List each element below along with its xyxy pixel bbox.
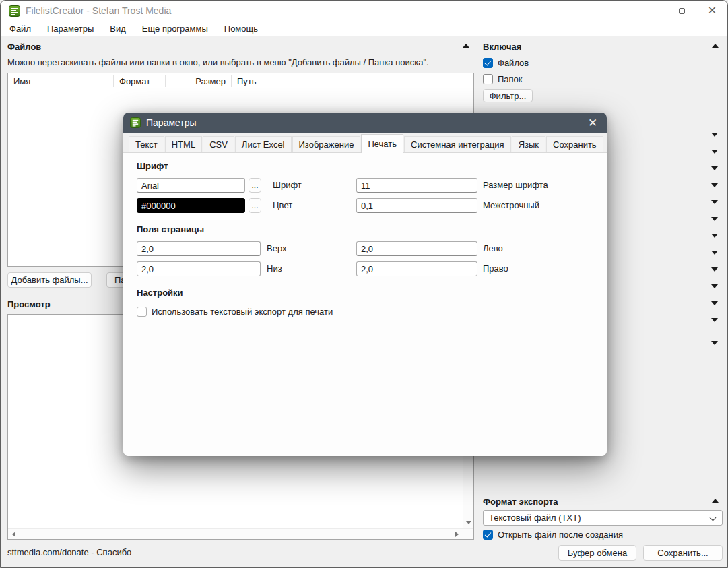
margin-right-input[interactable]: [356, 261, 477, 276]
scroll-right-icon[interactable]: [455, 532, 459, 537]
minimize-button[interactable]: [636, 1, 667, 21]
print-tab-panel: Шрифт ... Шрифт Размер шрифта ... Цвет М…: [123, 153, 607, 456]
collapse-chevron-icon[interactable]: [711, 301, 718, 305]
collapse-chevron-icon[interactable]: [711, 251, 718, 255]
export-section-collapse-icon[interactable]: [712, 499, 719, 503]
settings-section-title: Настройки: [137, 288, 183, 298]
include-files-label: Файлов: [498, 58, 529, 68]
menu-file[interactable]: Файл: [1, 22, 39, 35]
export-format-value: Текстовый файл (TXT): [489, 513, 581, 523]
collapse-chevron-icon[interactable]: [711, 267, 718, 272]
collapse-chevron-icon[interactable]: [711, 133, 718, 137]
save-button[interactable]: Сохранить...: [643, 545, 723, 561]
tab-language[interactable]: Язык: [512, 136, 545, 152]
text-export-row[interactable]: Использовать текстовый экспорт для печат…: [137, 304, 333, 319]
scroll-left-icon[interactable]: [12, 532, 15, 537]
files-section-collapse-icon[interactable]: [463, 44, 469, 48]
column-header-size[interactable]: Размер: [166, 75, 232, 87]
text-export-label: Использовать текстовый экспорт для печат…: [152, 307, 333, 317]
line-spacing-input[interactable]: [356, 198, 477, 213]
font-color-row: ... Цвет Межстрочный: [123, 198, 607, 213]
line-spacing-label: Межстрочный: [483, 198, 539, 213]
tab-system-integration[interactable]: Системная интеграция: [404, 136, 511, 152]
collapse-chevron-icon[interactable]: [711, 234, 718, 238]
export-format-select[interactable]: Текстовый файл (TXT): [483, 510, 723, 526]
collapse-chevron-icon[interactable]: [711, 200, 718, 204]
dialog-close-button[interactable]: ✕: [578, 113, 607, 133]
margin-top-input[interactable]: [137, 241, 261, 256]
include-section-collapse-icon[interactable]: [712, 44, 719, 48]
column-header-spacer: [434, 75, 473, 87]
open-after-checkbox[interactable]: [483, 530, 493, 540]
minimize-icon: [649, 11, 655, 11]
app-icon: [130, 117, 141, 128]
main-window: FilelistCreator - Stefan Trost Media ✕ Ф…: [0, 0, 728, 568]
dialog-titlebar[interactable]: Параметры ✕: [123, 113, 607, 133]
font-name-row: ... Шрифт Размер шрифта: [123, 178, 607, 193]
files-section-title: Файлов: [7, 42, 41, 52]
column-header-format[interactable]: Формат: [114, 75, 166, 87]
files-table-header: Имя Формат Размер Путь: [8, 73, 473, 89]
column-header-path[interactable]: Путь: [232, 75, 434, 87]
margin-bottom-input[interactable]: [137, 261, 261, 276]
collapse-chevron-icon[interactable]: [711, 150, 718, 154]
column-header-name[interactable]: Имя: [8, 75, 114, 87]
window-title: FilelistCreator - Stefan Trost Media: [26, 5, 171, 16]
margin-bottom-label: Низ: [267, 261, 282, 276]
include-files-row[interactable]: Файлов: [483, 58, 529, 68]
font-color-input[interactable]: [137, 198, 245, 213]
collapse-chevron-icon[interactable]: [711, 318, 718, 322]
collapse-chevron-icon[interactable]: [711, 217, 718, 221]
font-section-title: Шрифт: [137, 161, 168, 171]
maximize-button[interactable]: [667, 1, 697, 21]
filter-button[interactable]: Фильтр...: [483, 89, 533, 102]
font-name-input[interactable]: [137, 178, 245, 193]
include-folders-row[interactable]: Папок: [483, 74, 523, 84]
menu-more-programs[interactable]: Еще программы: [134, 22, 216, 35]
app-icon: [9, 5, 20, 17]
include-folders-label: Папок: [498, 74, 523, 84]
menu-view[interactable]: Вид: [102, 22, 134, 35]
menu-help[interactable]: Помощь: [216, 22, 266, 35]
include-section-title: Включая: [483, 42, 521, 52]
font-browse-button[interactable]: ...: [249, 178, 261, 193]
close-icon: ✕: [588, 116, 597, 130]
tab-excel[interactable]: Лист Excel: [235, 136, 292, 152]
tab-html[interactable]: HTML: [165, 136, 202, 152]
clipboard-button[interactable]: Буфер обмена: [558, 545, 636, 561]
color-browse-button[interactable]: ...: [249, 198, 261, 213]
tab-image[interactable]: Изображение: [292, 136, 361, 152]
open-after-label: Открыть файл после создания: [498, 530, 623, 540]
font-size-label: Размер шрифта: [483, 178, 548, 193]
collapse-chevron-icon[interactable]: [711, 166, 718, 170]
tab-text[interactable]: Текст: [129, 136, 164, 152]
open-after-row[interactable]: Открыть файл после создания: [483, 530, 623, 540]
collapse-chevron-icon[interactable]: [711, 183, 718, 187]
settings-dialog: Параметры ✕ Текст HTML CSV Лист Excel Из…: [123, 113, 607, 456]
tab-save[interactable]: Сохранить: [546, 136, 603, 152]
dialog-title: Параметры: [146, 117, 197, 128]
tab-csv[interactable]: CSV: [203, 136, 234, 152]
font-size-input[interactable]: [356, 178, 477, 193]
font-color-label: Цвет: [273, 198, 292, 213]
preview-horizontal-scrollbar[interactable]: [8, 528, 473, 539]
margin-left-input[interactable]: [356, 241, 477, 256]
close-button[interactable]: ✕: [697, 1, 727, 21]
margin-top-row: Верх Лево: [123, 241, 607, 256]
text-export-checkbox[interactable]: [137, 307, 147, 317]
include-folders-checkbox[interactable]: [483, 74, 493, 84]
maximize-icon: [679, 8, 685, 14]
drag-drop-hint: Можно перетаскивать файлы или папки в ок…: [7, 57, 429, 67]
collapse-chevron-icon[interactable]: [711, 284, 718, 288]
margin-bottom-row: Низ Право: [123, 261, 607, 276]
include-files-checkbox[interactable]: [483, 58, 493, 68]
margin-top-label: Верх: [267, 241, 287, 256]
scroll-down-icon[interactable]: [466, 521, 471, 524]
tab-print[interactable]: Печать: [361, 134, 403, 153]
margins-section-title: Поля страницы: [137, 224, 204, 234]
margin-right-label: Право: [483, 261, 508, 276]
collapse-chevron-icon[interactable]: [711, 341, 718, 345]
add-files-button[interactable]: Добавить файлы...: [7, 272, 92, 288]
margin-left-label: Лево: [483, 241, 503, 256]
menu-options[interactable]: Параметры: [39, 22, 102, 35]
